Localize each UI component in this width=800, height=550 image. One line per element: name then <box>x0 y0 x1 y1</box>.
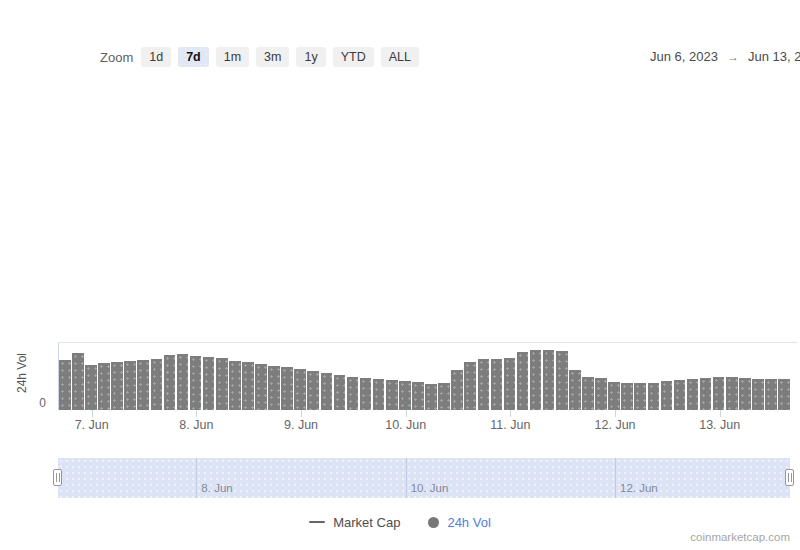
volume-bar[interactable] <box>72 353 84 410</box>
x-axis-tick <box>720 410 721 417</box>
date-range-start: Jun 6, 2023 <box>650 49 718 64</box>
volume-bar[interactable] <box>464 362 476 410</box>
x-axis-tick <box>92 410 93 417</box>
volume-bar[interactable] <box>608 382 620 410</box>
volume-bar-series <box>59 343 790 410</box>
y-axis-tick-zero: 0 <box>26 396 46 410</box>
volume-bar[interactable] <box>621 383 633 410</box>
zoom-button-7d[interactable]: 7d <box>178 47 209 68</box>
x-axis: 7. Jun8. Jun9. Jun10. Jun11. Jun12. Jun1… <box>58 410 790 436</box>
x-axis-label: 12. Jun <box>595 418 636 432</box>
chart-plot-area[interactable] <box>58 343 790 410</box>
zoom-button-ytd[interactable]: YTD <box>333 47 374 68</box>
volume-bar[interactable] <box>164 355 176 410</box>
zoom-button-all[interactable]: ALL <box>381 47 419 68</box>
volume-bar[interactable] <box>85 365 97 410</box>
x-axis-tick <box>615 410 616 417</box>
volume-bar[interactable] <box>255 364 267 410</box>
zoom-button-1m[interactable]: 1m <box>216 47 249 68</box>
zoom-button-3m[interactable]: 3m <box>256 47 289 68</box>
volume-bar[interactable] <box>726 377 738 410</box>
volume-bar[interactable] <box>451 370 463 410</box>
volume-bar[interactable] <box>582 377 594 410</box>
arrow-right-icon: → <box>727 50 739 64</box>
volume-bar[interactable] <box>307 371 319 410</box>
x-axis-label: 8. Jun <box>179 418 213 432</box>
navigator-handle-left[interactable] <box>53 469 62 486</box>
navigator-scrollbar[interactable]: 8. Jun10. Jun12. Jun <box>58 458 790 498</box>
volume-bar[interactable] <box>687 379 699 410</box>
volume-bar[interactable] <box>242 362 254 410</box>
x-axis-label: 9. Jun <box>284 418 318 432</box>
x-axis-tick <box>510 410 511 417</box>
legend-item-label: Market Cap <box>333 515 400 530</box>
volume-bar[interactable] <box>347 377 359 410</box>
navigator-label: 8. Jun <box>196 482 232 494</box>
volume-bar[interactable] <box>216 358 228 410</box>
volume-bar[interactable] <box>556 351 568 410</box>
volume-bar[interactable] <box>111 362 123 410</box>
volume-bar[interactable] <box>504 358 516 410</box>
volume-bar[interactable] <box>517 352 529 410</box>
watermark: coinmarketcap.com <box>690 531 790 543</box>
volume-bar[interactable] <box>700 378 712 410</box>
volume-bar[interactable] <box>765 379 777 410</box>
volume-bar[interactable] <box>124 361 136 410</box>
x-axis-label: 10. Jun <box>385 418 426 432</box>
volume-bar[interactable] <box>294 369 306 410</box>
volume-bar[interactable] <box>530 350 542 410</box>
navigator-label: 12. Jun <box>615 482 658 494</box>
volume-bar[interactable] <box>229 361 241 410</box>
volume-bar[interactable] <box>438 383 450 410</box>
volume-bar[interactable] <box>190 356 202 410</box>
volume-bar[interactable] <box>661 381 673 410</box>
volume-bar[interactable] <box>739 378 751 410</box>
date-range-display: Jun 6, 2023→Jun 13, 2023 <box>650 49 800 64</box>
volume-bar[interactable] <box>373 379 385 410</box>
volume-bar[interactable] <box>59 360 71 410</box>
volume-bar[interactable] <box>386 380 398 410</box>
x-axis-label: 13. Jun <box>699 418 740 432</box>
volume-bar[interactable] <box>268 366 280 410</box>
volume-bar[interactable] <box>491 359 503 410</box>
volume-bar[interactable] <box>412 382 424 410</box>
volume-bar[interactable] <box>425 384 437 410</box>
x-axis-label: 11. Jun <box>490 418 530 432</box>
x-axis-tick <box>196 410 197 417</box>
volume-bar[interactable] <box>569 370 581 410</box>
legend: Market Cap24h Vol <box>0 512 800 532</box>
volume-bar[interactable] <box>177 354 189 410</box>
date-range-end: Jun 13, 2023 <box>748 49 800 64</box>
volume-bar[interactable] <box>752 379 764 410</box>
x-axis-label: 7. Jun <box>75 418 109 432</box>
x-axis-tick <box>406 410 407 417</box>
dot-swatch-icon <box>428 517 439 528</box>
volume-bar[interactable] <box>778 379 790 410</box>
legend-item-24h-vol[interactable]: 24h Vol <box>428 515 490 530</box>
legend-item-market-cap[interactable]: Market Cap <box>309 515 400 530</box>
volume-bar[interactable] <box>399 381 411 410</box>
volume-bar[interactable] <box>634 383 646 410</box>
volume-bar[interactable] <box>648 383 660 410</box>
volume-bar[interactable] <box>478 359 490 410</box>
zoom-toolbar: Zoom 1d7d1m3m1yYTDALL <box>100 45 426 69</box>
zoom-button-group: 1d7d1m3m1yYTDALL <box>141 47 426 68</box>
volume-bar[interactable] <box>151 359 163 410</box>
zoom-button-1d[interactable]: 1d <box>141 47 171 68</box>
x-axis-tick <box>301 410 302 417</box>
navigator-handle-right[interactable] <box>785 469 794 486</box>
line-swatch-icon <box>309 521 325 524</box>
volume-bar[interactable] <box>360 378 372 410</box>
volume-bar[interactable] <box>595 378 607 410</box>
volume-bar[interactable] <box>98 363 110 410</box>
volume-bar[interactable] <box>674 380 686 410</box>
zoom-button-1y[interactable]: 1y <box>296 47 325 68</box>
volume-bar[interactable] <box>713 377 725 410</box>
volume-bar[interactable] <box>203 357 215 410</box>
volume-bar[interactable] <box>137 360 149 410</box>
volume-bar[interactable] <box>281 367 293 410</box>
volume-bar[interactable] <box>543 350 555 410</box>
zoom-label: Zoom <box>100 50 133 65</box>
volume-bar[interactable] <box>321 373 333 410</box>
volume-bar[interactable] <box>334 375 346 410</box>
